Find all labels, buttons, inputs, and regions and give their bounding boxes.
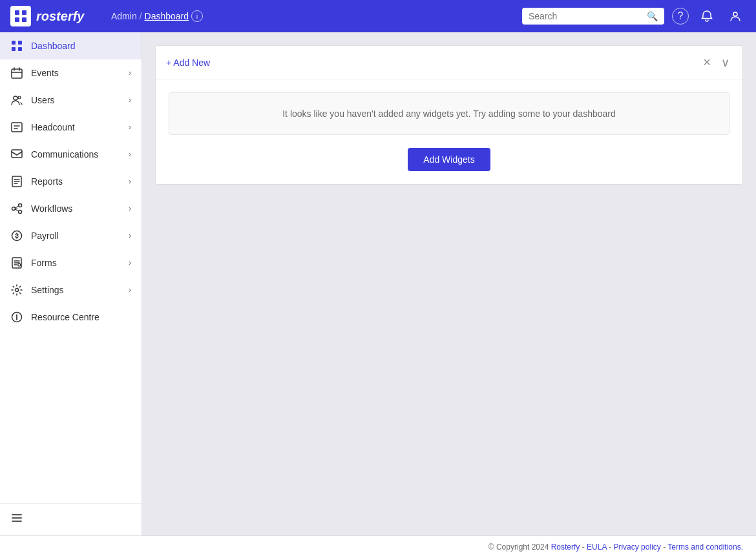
sidebar-item-users-label: Users [31,95,121,105]
workflows-chevron-icon: › [129,204,131,213]
app-header: rosterfy Admin / Dashboard i 🔍 ? [0,0,756,32]
svg-point-11 [18,96,21,99]
sidebar-item-payroll[interactable]: Payroll › [0,222,142,249]
sidebar-item-payroll-label: Payroll [31,231,121,241]
resource-icon [10,311,23,323]
breadcrumb-current[interactable]: Dashboard [145,11,189,21]
reports-icon [10,176,23,187]
footer-separator1: - [582,542,585,552]
events-icon [10,67,23,79]
widget-panel-header: + Add New × ∨ [156,46,742,79]
help-icon[interactable]: ? [672,8,689,25]
dashboard-icon [10,40,23,52]
app-body: Dashboard Events › Users › Headcount › [0,32,756,535]
settings-chevron-icon: › [129,285,131,294]
sidebar-item-dashboard-label: Dashboard [31,41,131,51]
sidebar-item-forms[interactable]: Forms › [0,249,142,276]
sidebar-item-headcount-label: Headcount [31,122,121,132]
workflows-icon [10,203,23,214]
users-chevron-icon: › [129,96,131,105]
svg-rect-5 [12,41,16,45]
svg-rect-13 [12,150,22,158]
close-panel-button[interactable]: × [700,54,713,71]
main-content: + Add New × ∨ It looks like you haven't … [142,32,756,535]
breadcrumb-separator: / [140,11,142,21]
sidebar-item-resource-centre[interactable]: Resource Centre [0,304,142,331]
empty-state: It looks like you haven't added any widg… [169,92,730,135]
communications-chevron-icon: › [129,150,131,159]
forms-chevron-icon: › [129,258,131,267]
svg-point-16 [19,204,22,207]
footer-eula-link[interactable]: EULA [587,542,607,552]
sidebar-item-forms-label: Forms [31,258,121,268]
sidebar-item-users[interactable]: Users › [0,87,142,114]
header-right: 🔍 ? [522,6,746,26]
panel-actions: × ∨ [700,54,732,71]
sidebar-item-headcount[interactable]: Headcount › [0,114,142,141]
add-new-button[interactable]: + Add New [166,57,695,68]
reports-chevron-icon: › [129,177,131,186]
svg-rect-12 [12,123,22,132]
svg-rect-7 [12,47,16,51]
hamburger-icon [10,512,23,528]
sidebar-item-dashboard[interactable]: Dashboard [0,32,142,59]
payroll-chevron-icon: › [129,231,131,240]
svg-rect-2 [15,17,19,22]
sidebar-item-reports-label: Reports [31,176,121,187]
footer: © Copyright 2024 Rosterfy - EULA - Priva… [0,535,756,558]
search-box: 🔍 [522,8,664,25]
users-icon [10,94,23,106]
info-icon[interactable]: i [191,10,203,22]
breadcrumb-admin: Admin [111,11,137,21]
collapse-panel-button[interactable]: ∨ [719,54,732,71]
svg-rect-20 [18,264,21,267]
sidebar-item-communications-label: Communications [31,149,121,160]
events-chevron-icon: › [129,68,131,78]
notifications-icon[interactable] [697,6,717,26]
widget-panel: + Add New × ∨ It looks like you haven't … [155,45,743,185]
sidebar-item-settings-label: Settings [31,285,121,295]
search-input[interactable] [529,11,643,21]
svg-rect-8 [18,47,22,51]
footer-separator3: - [663,542,666,552]
payroll-icon [10,230,23,242]
headcount-chevron-icon: › [129,123,131,132]
sidebar-item-communications[interactable]: Communications › [0,141,142,168]
empty-state-text: It looks like you haven't added any widg… [282,108,616,119]
svg-rect-0 [15,10,19,15]
sidebar: Dashboard Events › Users › Headcount › [0,32,142,535]
svg-rect-1 [22,10,26,15]
footer-terms-link[interactable]: Terms and conditions. [667,542,743,552]
footer-brand-link[interactable]: Rosterfy [551,542,580,552]
sidebar-item-workflows[interactable]: Workflows › [0,195,142,222]
user-icon[interactable] [725,6,746,26]
sidebar-item-workflows-label: Workflows [31,203,121,214]
svg-rect-6 [18,41,22,45]
footer-separator2: - [609,542,611,552]
sidebar-item-resource-centre-label: Resource Centre [31,312,131,322]
headcount-icon [10,121,23,133]
sidebar-item-events[interactable]: Events › [0,59,142,87]
svg-rect-9 [12,69,22,78]
svg-point-15 [12,207,16,211]
sidebar-item-reports[interactable]: Reports › [0,168,142,195]
add-widgets-button[interactable]: Add Widgets [408,148,490,171]
svg-point-17 [19,211,22,214]
breadcrumb: Admin / Dashboard i [111,10,512,22]
svg-point-4 [733,12,737,16]
logo-area: rosterfy [10,6,101,26]
sidebar-collapse-button[interactable] [0,503,142,535]
forms-icon [10,257,23,269]
brand-name: rosterfy [36,9,84,24]
sidebar-item-events-label: Events [31,68,121,78]
settings-icon [10,284,23,296]
logo-icon [10,6,31,26]
communications-icon [10,149,23,160]
svg-rect-3 [22,17,26,22]
svg-point-10 [14,96,17,100]
footer-privacy-link[interactable]: Privacy policy [613,542,660,552]
footer-copyright: © Copyright 2024 [488,542,549,552]
search-icon: 🔍 [647,11,658,21]
svg-point-21 [16,289,19,292]
sidebar-item-settings[interactable]: Settings › [0,276,142,304]
